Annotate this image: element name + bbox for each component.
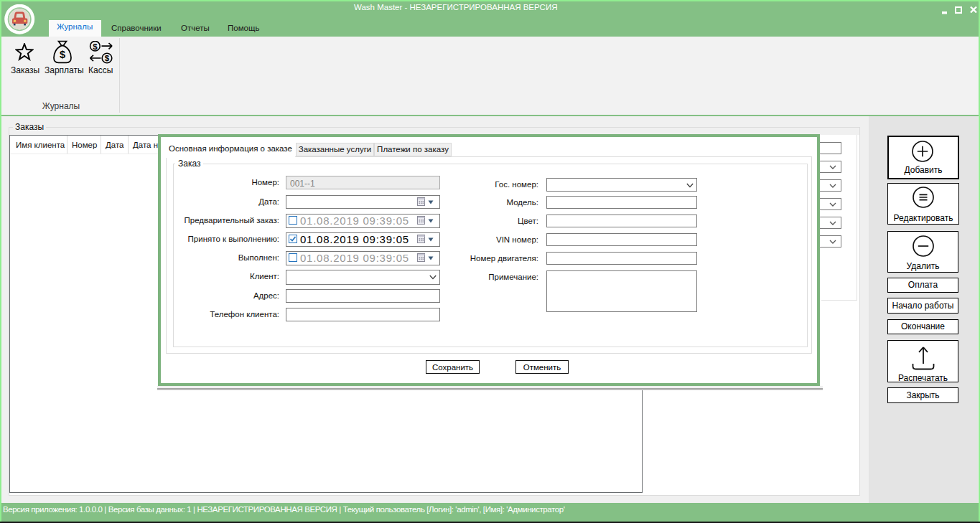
svg-text:$: $ xyxy=(105,54,110,62)
svg-text:$: $ xyxy=(60,49,65,60)
svg-text:$: $ xyxy=(93,42,98,51)
